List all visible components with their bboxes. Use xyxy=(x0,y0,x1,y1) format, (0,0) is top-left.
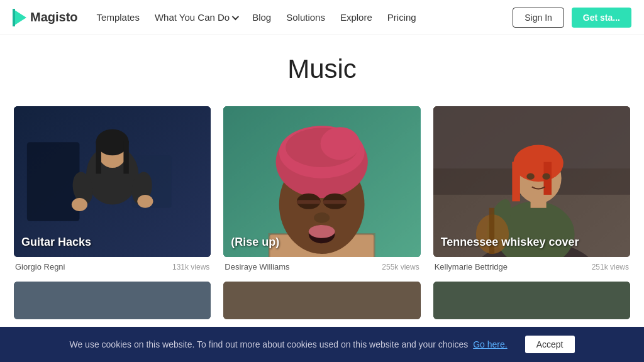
svg-point-13 xyxy=(72,198,87,211)
page-title: Music xyxy=(13,54,631,84)
svg-rect-10 xyxy=(123,141,128,173)
svg-point-14 xyxy=(137,195,153,208)
svg-rect-52 xyxy=(223,282,420,319)
svg-point-47 xyxy=(526,173,535,179)
video-overlay-title-3: Tennessee whiskey cover xyxy=(441,235,579,250)
svg-point-48 xyxy=(542,173,550,179)
thumbnail-image-4 xyxy=(14,282,211,319)
svg-rect-1 xyxy=(13,9,15,26)
video-author-2: Desiraye Williams xyxy=(225,262,289,272)
svg-point-25 xyxy=(321,127,360,160)
svg-rect-54 xyxy=(433,282,630,319)
video-thumbnail-6 xyxy=(433,282,630,319)
cookie-accept-button[interactable]: Accept xyxy=(525,336,575,353)
video-overlay-title-2: (Rise up) xyxy=(231,235,279,250)
chevron-down-icon xyxy=(232,13,239,19)
video-card-2[interactable]: (Rise up) Desiraye Williams 255k views xyxy=(223,106,420,272)
logo-text: Magisto xyxy=(30,10,78,25)
cookie-banner: We use cookies on this website. To find … xyxy=(0,327,644,362)
svg-rect-9 xyxy=(96,141,101,173)
video-card-4[interactable] xyxy=(14,282,211,319)
main-content: Music xyxy=(0,35,644,332)
video-views-1: 131k views xyxy=(172,263,209,272)
video-thumbnail-2: (Rise up) xyxy=(223,106,420,257)
video-author-3: Kellymarie Bettridge xyxy=(435,262,508,272)
nav-explore[interactable]: Explore xyxy=(340,12,372,23)
video-views-2: 255k views xyxy=(382,263,419,272)
video-thumbnail-3: Tennessee whiskey cover xyxy=(433,106,630,257)
video-meta-3: Kellymarie Bettridge 251k views xyxy=(433,262,630,272)
svg-rect-28 xyxy=(297,200,321,204)
video-card-1[interactable]: Guitar Hacks Giorgio Regni 131k views xyxy=(14,106,211,272)
video-grid: Guitar Hacks Giorgio Regni 131k views xyxy=(14,106,630,272)
thumbnail-image-6 xyxy=(433,282,630,319)
video-overlay-title-1: Guitar Hacks xyxy=(21,235,91,250)
video-meta-2: Desiraye Williams 255k views xyxy=(223,262,420,272)
logo-icon xyxy=(13,9,26,26)
video-card-6[interactable] xyxy=(433,282,630,319)
nav-solutions[interactable]: Solutions xyxy=(286,12,325,23)
logo[interactable]: Magisto xyxy=(13,9,78,26)
svg-rect-45 xyxy=(512,162,520,202)
video-thumbnail-1: Guitar Hacks xyxy=(14,106,211,257)
video-grid-row2 xyxy=(14,282,630,319)
video-views-3: 251k views xyxy=(592,263,629,272)
video-thumbnail-5 xyxy=(223,282,420,319)
svg-rect-50 xyxy=(14,282,211,319)
nav-actions: Sign In Get sta... xyxy=(513,8,631,28)
cookie-link[interactable]: Go here. xyxy=(473,339,507,349)
sign-in-button[interactable]: Sign In xyxy=(513,8,564,28)
cookie-text: We use cookies on this website. To find … xyxy=(69,339,468,349)
nav-links: Templates What You Can Do Blog Solutions… xyxy=(97,12,513,23)
thumbnail-image-5 xyxy=(223,282,420,319)
svg-point-44 xyxy=(513,145,563,182)
video-author-1: Giorgio Regni xyxy=(15,262,65,272)
svg-point-30 xyxy=(314,212,330,223)
video-thumbnail-4 xyxy=(14,282,211,319)
get-started-button[interactable]: Get sta... xyxy=(572,8,631,28)
svg-rect-29 xyxy=(323,200,347,204)
nav-templates[interactable]: Templates xyxy=(97,12,140,23)
nav-what-you-can-do[interactable]: What You Can Do xyxy=(155,12,237,23)
navbar: Magisto Templates What You Can Do Blog S… xyxy=(0,0,644,35)
nav-blog[interactable]: Blog xyxy=(252,12,271,23)
svg-point-32 xyxy=(309,225,335,238)
video-meta-1: Giorgio Regni 131k views xyxy=(14,262,211,272)
video-card-5[interactable] xyxy=(223,282,420,319)
video-card-3[interactable]: Tennessee whiskey cover Kellymarie Bettr… xyxy=(433,106,630,272)
nav-pricing[interactable]: Pricing xyxy=(387,12,416,23)
svg-rect-4 xyxy=(27,142,80,221)
